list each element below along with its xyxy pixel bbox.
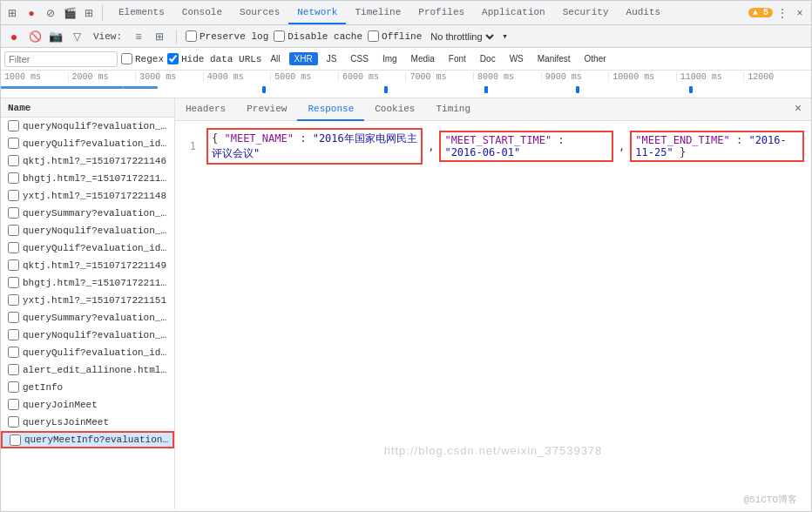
tab-cookies[interactable]: Cookies bbox=[364, 98, 425, 121]
filter-ws-btn[interactable]: WS bbox=[504, 52, 529, 65]
list-view-icon[interactable]: ≡ bbox=[131, 29, 146, 44]
offline-checkbox[interactable]: Offline bbox=[368, 30, 422, 42]
network-item[interactable]: alert_edit_allinone.html?_=151 bbox=[1, 361, 174, 379]
record-circle-icon[interactable]: ● bbox=[6, 29, 22, 44]
filter-css-btn[interactable]: CSS bbox=[345, 52, 374, 65]
network-item[interactable]: bhgtj.html?_=1510717221150 bbox=[1, 274, 174, 292]
camera2-icon[interactable]: 📷 bbox=[48, 29, 64, 44]
disable-cache-checkbox[interactable]: Disable cache bbox=[274, 30, 362, 42]
camera-icon[interactable]: 🎬 bbox=[62, 5, 78, 21]
tab-profiles[interactable]: Profiles bbox=[409, 2, 473, 24]
clear-icon[interactable]: 🚫 bbox=[27, 29, 43, 44]
hide-data-urls-input[interactable] bbox=[167, 53, 179, 64]
filter-font-btn[interactable]: Font bbox=[443, 52, 471, 65]
network-item[interactable]: qktj.html?_=1510717221146 bbox=[1, 152, 174, 170]
network-item[interactable]: yxtj.html?_=1510717221151 bbox=[1, 292, 174, 309]
close-icon[interactable]: × bbox=[792, 5, 808, 21]
network-item-checkbox[interactable] bbox=[8, 312, 19, 323]
network-item-checkbox[interactable] bbox=[8, 259, 19, 271]
dock-icon[interactable]: ⊞ bbox=[4, 5, 20, 21]
offline-input[interactable] bbox=[368, 30, 379, 42]
network-item[interactable]: yxtj.html?_=1510717221148 bbox=[1, 187, 174, 205]
tab-response[interactable]: Response bbox=[297, 98, 364, 121]
tab-network[interactable]: Network bbox=[288, 2, 346, 24]
network-item-checkbox[interactable] bbox=[8, 399, 19, 410]
tab-timeline[interactable]: Timeline bbox=[346, 2, 409, 24]
network-item[interactable]: queryQulif?evaluation_id=3&… bbox=[1, 135, 174, 152]
network-item-checkbox[interactable] bbox=[8, 138, 19, 149]
filter-doc-btn[interactable]: Doc bbox=[475, 52, 501, 65]
filter-media-btn[interactable]: Media bbox=[406, 52, 440, 65]
filter-icon[interactable]: ⊞ bbox=[81, 5, 97, 21]
hide-data-urls-checkbox[interactable]: Hide data URLs bbox=[167, 53, 261, 64]
network-item-checkbox[interactable] bbox=[8, 277, 19, 288]
network-item[interactable]: queryQulif?evaluation_id=1&… bbox=[1, 239, 174, 257]
network-item-checkbox[interactable] bbox=[10, 435, 21, 446]
network-item[interactable]: queryNoqulif?evaluation_id=3… bbox=[1, 118, 174, 135]
network-item[interactable]: queryMeetInfo?evaluation_id=… bbox=[1, 431, 174, 448]
tab-audits[interactable]: Audits bbox=[618, 2, 670, 24]
tab-timing[interactable]: Timing bbox=[425, 98, 481, 121]
filter-input[interactable] bbox=[4, 51, 118, 67]
filter-all-btn[interactable]: All bbox=[265, 52, 285, 65]
network-item-checkbox[interactable] bbox=[8, 225, 19, 236]
tab-elements[interactable]: Elements bbox=[110, 2, 173, 24]
regex-input[interactable] bbox=[121, 53, 132, 64]
tab-console[interactable]: Console bbox=[173, 2, 231, 24]
tab-security[interactable]: Security bbox=[554, 2, 618, 24]
network-item-checkbox[interactable] bbox=[8, 207, 19, 219]
disable-cache-input[interactable] bbox=[274, 30, 285, 42]
throttle-select[interactable]: No throttling bbox=[427, 30, 497, 43]
watermark-url: http://blog.csdn.net/weixin_37539378 bbox=[384, 444, 603, 457]
network-item[interactable]: querySummary?evaluation_id:… bbox=[1, 205, 174, 222]
network-item-checkbox[interactable] bbox=[8, 381, 19, 393]
network-item[interactable]: queryQulif?evaluation_id=2&… bbox=[1, 344, 174, 361]
network-item-checkbox[interactable] bbox=[8, 120, 19, 131]
network-item[interactable]: queryNoqulif?evaluation_id=1 bbox=[1, 222, 174, 239]
meet-end-colon: : bbox=[736, 134, 742, 146]
tab-preview[interactable]: Preview bbox=[236, 98, 297, 121]
network-item-name: qktj.html?_=1510717221146 bbox=[23, 156, 166, 166]
tab-sources[interactable]: Sources bbox=[231, 2, 288, 24]
meet-start-value: "2016-06-01" bbox=[444, 146, 520, 158]
filter-js-btn[interactable]: JS bbox=[321, 52, 342, 65]
network-item[interactable]: getInfo bbox=[1, 379, 174, 396]
top-nav-bar: ⊞ ● ⊘ 🎬 ⊞ Elements Console Sources Netwo… bbox=[1, 1, 811, 25]
network-item[interactable]: querySummary?evaluation_id:… bbox=[1, 309, 174, 327]
meet-end-key: "MEET_END_TIME" bbox=[635, 134, 729, 146]
filter-manifest-btn[interactable]: Manifest bbox=[532, 52, 576, 65]
filter-img-btn[interactable]: Img bbox=[377, 52, 403, 65]
preserve-log-checkbox[interactable]: Preserve log bbox=[186, 30, 268, 42]
network-item[interactable]: queryLsJoinMeet bbox=[1, 414, 174, 431]
filter-other-btn[interactable]: Other bbox=[579, 52, 612, 65]
network-item[interactable]: qktj.html?_=1510717221149 bbox=[1, 257, 174, 274]
network-item-checkbox[interactable] bbox=[8, 190, 19, 201]
network-item-checkbox[interactable] bbox=[8, 294, 19, 306]
tab-application[interactable]: Application bbox=[473, 2, 554, 24]
grid-view-icon[interactable]: ⊞ bbox=[152, 29, 167, 44]
json-open-brace: { bbox=[212, 132, 218, 145]
network-item-checkbox[interactable] bbox=[8, 364, 19, 375]
tab-headers[interactable]: Headers bbox=[175, 98, 236, 121]
meet-end-segment: "MEET_END_TIME" : "2016-11-25" } bbox=[630, 131, 804, 162]
network-item[interactable]: queryNoqulif?evaluation_id=2 bbox=[1, 327, 174, 344]
close-detail-btn[interactable]: × bbox=[790, 101, 806, 117]
network-item-checkbox[interactable] bbox=[8, 416, 19, 428]
stop-icon[interactable]: ⊘ bbox=[43, 5, 58, 21]
network-item-checkbox[interactable] bbox=[8, 329, 19, 340]
preserve-log-input[interactable] bbox=[186, 30, 197, 42]
network-item-name: bhgtj.html?_=1510717221147 bbox=[23, 173, 171, 184]
network-item-checkbox[interactable] bbox=[8, 242, 19, 253]
more-menu-icon[interactable]: ⋮ bbox=[775, 5, 790, 21]
network-item[interactable]: bhgtj.html?_=1510717221147 bbox=[1, 170, 174, 187]
network-item-checkbox[interactable] bbox=[8, 347, 19, 358]
network-item[interactable]: queryJoinMeet bbox=[1, 396, 174, 414]
network-item-checkbox[interactable] bbox=[8, 155, 19, 166]
filter-xhr-btn[interactable]: XHR bbox=[289, 52, 318, 65]
bar-3 bbox=[123, 86, 158, 89]
filter2-icon[interactable]: ▽ bbox=[69, 29, 85, 44]
network-item-checkbox[interactable] bbox=[8, 172, 19, 184]
regex-checkbox[interactable]: Regex bbox=[121, 53, 164, 64]
separator1 bbox=[176, 30, 177, 44]
record-icon[interactable]: ● bbox=[24, 5, 39, 21]
